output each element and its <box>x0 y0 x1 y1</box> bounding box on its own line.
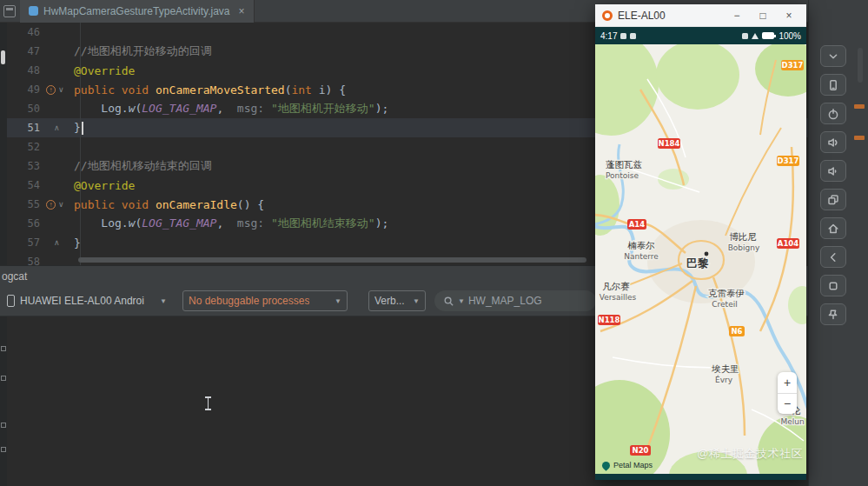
svg-text:D317: D317 <box>778 156 799 165</box>
editor-tab[interactable]: HwMapCameraGestureTypeActivity.java × <box>20 0 255 23</box>
scrollbar-thumb[interactable] <box>858 48 863 83</box>
power-icon <box>826 107 840 121</box>
window-icon[interactable] <box>3 5 16 17</box>
fold-icon[interactable]: ∨ <box>58 85 64 94</box>
power-button[interactable] <box>820 103 846 124</box>
line-number[interactable]: 53 <box>7 160 45 172</box>
pin-button[interactable] <box>820 303 846 325</box>
svg-text:Bobigny: Bobigny <box>728 243 760 252</box>
volume-up-button[interactable] <box>820 131 846 153</box>
svg-text:A14: A14 <box>629 220 645 229</box>
line-number[interactable]: 57 <box>7 236 45 249</box>
toolwindow-icon[interactable] <box>1 447 6 452</box>
line-number[interactable]: 47 <box>7 45 45 57</box>
svg-text:Creteil: Creteil <box>712 300 737 309</box>
line-number[interactable]: 46 <box>7 26 45 38</box>
logcat-tab-label: ogcat <box>2 270 27 283</box>
chevron-down-icon <box>826 50 840 63</box>
override-icon[interactable]: ↑ <box>46 85 56 95</box>
line-number[interactable]: 58 <box>7 256 45 265</box>
line-number[interactable]: 51 <box>7 122 45 134</box>
gutter-icons: ∧ <box>45 123 71 132</box>
tab-title: HwMapCameraGestureTypeActivity.java <box>43 5 230 17</box>
code-text: public void onCameraIdle() { <box>71 198 264 211</box>
back-icon <box>826 250 840 264</box>
svg-text:N184: N184 <box>659 139 680 148</box>
line-number[interactable]: 48 <box>7 64 45 77</box>
fold-icon[interactable]: ∧ <box>54 123 60 132</box>
override-icon[interactable]: ↑ <box>46 200 56 210</box>
svg-text:博比尼: 博比尼 <box>729 231 757 242</box>
battery-percent: 100% <box>779 31 801 41</box>
fold-icon[interactable]: ∧ <box>54 238 60 247</box>
horizontal-scrollbar[interactable] <box>78 257 586 263</box>
search-icon <box>443 296 454 307</box>
line-number[interactable]: 54 <box>7 179 45 191</box>
attribution-label: Petal Maps <box>613 461 653 469</box>
copy-screen-button[interactable] <box>820 189 846 210</box>
svg-text:N20: N20 <box>633 446 649 455</box>
chevron-down-icon: ▼ <box>160 297 167 305</box>
back-button[interactable] <box>820 246 846 268</box>
watermark: @稀土掘金技术社区 <box>697 446 803 462</box>
fold-icon[interactable]: ∨ <box>58 200 64 209</box>
toolwindow-icon[interactable] <box>1 376 6 381</box>
text-caret <box>82 122 83 135</box>
error-stripe-mark[interactable] <box>854 104 865 109</box>
recents-button[interactable] <box>820 275 846 296</box>
line-number[interactable]: 50 <box>7 103 45 115</box>
phone-icon <box>826 78 840 92</box>
screen-mirror-button[interactable] <box>820 74 846 96</box>
log-level-selector[interactable]: Verb... ▼ <box>368 290 426 311</box>
chevron-down-icon: ▼ <box>458 297 465 305</box>
gutter-icons: ↑∨ <box>45 85 71 95</box>
device-window-titlebar[interactable]: ELE-AL00 − □ × <box>595 4 806 27</box>
toolwindow-icon[interactable] <box>1 423 6 428</box>
line-number[interactable]: 52 <box>7 141 45 153</box>
code-text: Log.w(LOG_TAG_MAP, msg: "地图相机结束移动"); <box>71 216 388 231</box>
device-toolbar <box>808 0 868 486</box>
zoom-in-button[interactable]: + <box>778 372 797 393</box>
pin-icon <box>826 308 840 322</box>
mouse-text-cursor <box>203 396 212 411</box>
map-canvas[interactable]: D317 N184 D317 A14 A104 N118 N6 N20 蓬图瓦兹… <box>595 44 806 474</box>
minimize-button[interactable]: − <box>726 10 747 22</box>
toolwindow-icon[interactable] <box>1 346 6 351</box>
process-selector[interactable]: No debuggable processes ▼ <box>182 290 348 311</box>
svg-text:Évry: Évry <box>715 375 733 384</box>
svg-text:Pontoise: Pontoise <box>606 171 639 180</box>
svg-text:凡尔赛: 凡尔赛 <box>602 281 630 291</box>
svg-text:楠泰尔: 楠泰尔 <box>627 240 655 250</box>
logcat-search-input[interactable]: ▼ HW_MAP_LOG <box>434 290 596 311</box>
close-button[interactable]: × <box>779 10 799 22</box>
line-number[interactable]: 55 <box>7 198 45 210</box>
line-number[interactable]: 49 <box>7 83 45 96</box>
chevron-down-icon: ▼ <box>335 297 341 305</box>
code-text: Log.w(LOG_TAG_MAP, msg: "地图相机开始移动"); <box>71 101 388 117</box>
map-attribution: Petal Maps <box>602 461 653 469</box>
zoom-control: + − <box>778 372 797 414</box>
svg-text:埃夫里: 埃夫里 <box>711 363 739 374</box>
copy-icon <box>826 193 840 207</box>
home-button[interactable] <box>820 217 846 239</box>
zoom-out-button[interactable]: − <box>778 394 797 415</box>
collapse-button[interactable] <box>820 45 846 67</box>
home-icon <box>826 222 840 236</box>
volume-up-icon <box>826 136 840 150</box>
svg-text:蓬图瓦兹: 蓬图瓦兹 <box>606 159 643 170</box>
code-text: @Override <box>71 64 135 77</box>
device-selector[interactable]: HUAWEI ELE-AL00 Androi ▼ <box>2 290 172 311</box>
maximize-button[interactable]: □ <box>752 10 773 22</box>
line-number[interactable]: 56 <box>7 217 45 230</box>
map-screen[interactable]: D317 N184 D317 A14 A104 N118 N6 N20 蓬图瓦兹… <box>595 44 806 474</box>
toolwindow-stripe <box>0 23 7 486</box>
svg-text:A104: A104 <box>778 239 798 248</box>
svg-text:Melun: Melun <box>780 417 804 426</box>
code-text: //地图相机移动结束的回调 <box>71 158 212 174</box>
volume-down-button[interactable] <box>820 160 846 182</box>
app-logo-icon <box>602 10 613 21</box>
city-dot <box>705 252 709 256</box>
error-stripe-mark[interactable] <box>854 136 865 140</box>
device-window-title: ELE-AL00 <box>618 10 666 22</box>
close-tab-icon[interactable]: × <box>239 5 245 17</box>
